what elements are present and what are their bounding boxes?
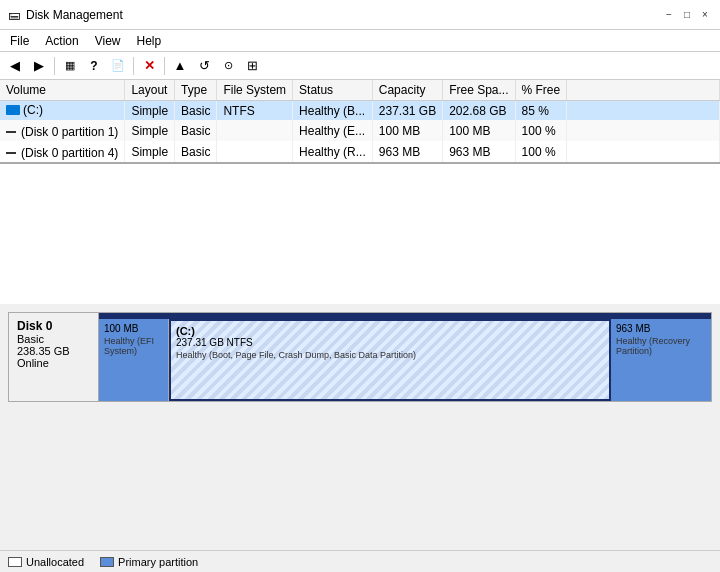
cell-filesystem [217, 120, 293, 141]
table-row[interactable]: (C:)SimpleBasicNTFSHealthy (B...237.31 G… [0, 101, 720, 121]
segment-c-drive[interactable]: (C:) 237.31 GB NTFS Healthy (Boot, Page … [169, 319, 611, 401]
cell-extra [567, 120, 720, 141]
cell-capacity: 963 MB [372, 141, 442, 162]
table-row[interactable]: (Disk 0 partition 4)SimpleBasicHealthy (… [0, 141, 720, 162]
app-icon: 🖴 [8, 8, 20, 22]
close-button[interactable]: × [698, 8, 712, 22]
c-size: 237.31 GB NTFS [176, 337, 604, 348]
cell-volume: (C:) [0, 101, 125, 121]
properties-button[interactable]: 📄 [107, 55, 129, 77]
cell-status: Healthy (E... [293, 120, 373, 141]
cell-pctfree: 85 % [515, 101, 567, 121]
menu-help[interactable]: Help [131, 32, 168, 50]
recovery-desc: Healthy (Recovery Partition) [616, 336, 706, 356]
main-content: Volume Layout Type File System Status Ca… [0, 80, 720, 550]
app-title: Disk Management [26, 8, 123, 22]
col-status[interactable]: Status [293, 80, 373, 101]
legend-unallocated: Unallocated [8, 556, 84, 568]
col-volume[interactable]: Volume [0, 80, 125, 101]
disk-label: Disk 0 Basic 238.35 GB Online [9, 313, 99, 401]
col-type[interactable]: Type [175, 80, 217, 101]
toolbar-separator-3 [164, 57, 165, 75]
c-label: (C:) [176, 325, 604, 337]
maximize-button[interactable]: □ [680, 8, 694, 22]
menu-bar: File Action View Help [0, 30, 720, 52]
cell-volume: (Disk 0 partition 4) [0, 141, 125, 162]
toolbar-separator-1 [54, 57, 55, 75]
table-row[interactable]: (Disk 0 partition 1)SimpleBasicHealthy (… [0, 120, 720, 141]
cell-type: Basic [175, 120, 217, 141]
cell-pctfree: 100 % [515, 120, 567, 141]
cell-layout: Simple [125, 141, 175, 162]
forward-button[interactable]: ▶ [28, 55, 50, 77]
cell-freespace: 202.68 GB [443, 101, 515, 121]
legend-unalloc-label: Unallocated [26, 556, 84, 568]
cell-capacity: 237.31 GB [372, 101, 442, 121]
volume-table-container: Volume Layout Type File System Status Ca… [0, 80, 720, 164]
menu-file[interactable]: File [4, 32, 35, 50]
col-freespace[interactable]: Free Spa... [443, 80, 515, 101]
disk-segments: 100 MB Healthy (EFI System) (C:) 237.31 … [99, 319, 711, 401]
col-extra [567, 80, 720, 101]
empty-area [0, 164, 720, 304]
legend-primary: Primary partition [100, 556, 198, 568]
menu-view[interactable]: View [89, 32, 127, 50]
cell-freespace: 963 MB [443, 141, 515, 162]
legend-unalloc-box [8, 557, 22, 567]
status-bar: Unallocated Primary partition [0, 550, 720, 572]
toolbar-separator-2 [133, 57, 134, 75]
cell-extra [567, 101, 720, 121]
disk-type: Basic [17, 333, 90, 345]
disk-panel: Disk 0 Basic 238.35 GB Online 100 MB Hea… [0, 304, 720, 550]
refresh-button[interactable]: ↺ [193, 55, 215, 77]
cell-layout: Simple [125, 101, 175, 121]
cell-type: Basic [175, 101, 217, 121]
col-pctfree[interactable]: % Free [515, 80, 567, 101]
cell-filesystem: NTFS [217, 101, 293, 121]
cell-pctfree: 100 % [515, 141, 567, 162]
volume-table: Volume Layout Type File System Status Ca… [0, 80, 720, 162]
delete-button[interactable]: ✕ [138, 55, 160, 77]
legend-primary-label: Primary partition [118, 556, 198, 568]
efi-size: 100 MB [104, 323, 163, 334]
menu-action[interactable]: Action [39, 32, 84, 50]
segment-recovery: 963 MB Healthy (Recovery Partition) [611, 319, 711, 401]
cell-status: Healthy (B... [293, 101, 373, 121]
minimize-button[interactable]: − [662, 8, 676, 22]
more-button[interactable]: ⊞ [241, 55, 263, 77]
move-up-button[interactable]: ▲ [169, 55, 191, 77]
help-button[interactable]: ? [83, 55, 105, 77]
col-capacity[interactable]: Capacity [372, 80, 442, 101]
cell-extra [567, 141, 720, 162]
disk-status: Online [17, 357, 90, 369]
col-filesystem[interactable]: File System [217, 80, 293, 101]
c-desc: Healthy (Boot, Page File, Crash Dump, Ba… [176, 350, 604, 360]
efi-desc: Healthy (EFI System) [104, 336, 163, 356]
cell-status: Healthy (R... [293, 141, 373, 162]
col-layout[interactable]: Layout [125, 80, 175, 101]
cell-volume: (Disk 0 partition 1) [0, 120, 125, 141]
legend-primary-box [100, 557, 114, 567]
cell-capacity: 100 MB [372, 120, 442, 141]
back-button[interactable]: ◀ [4, 55, 26, 77]
rescan-button[interactable]: ⊙ [217, 55, 239, 77]
toolbar: ◀ ▶ ▦ ? 📄 ✕ ▲ ↺ ⊙ ⊞ [0, 52, 720, 80]
recovery-size: 963 MB [616, 323, 706, 334]
cell-layout: Simple [125, 120, 175, 141]
cell-type: Basic [175, 141, 217, 162]
show-hide-button[interactable]: ▦ [59, 55, 81, 77]
disk-row: Disk 0 Basic 238.35 GB Online 100 MB Hea… [8, 312, 712, 402]
title-bar: 🖴 Disk Management − □ × [0, 0, 720, 30]
disk-partitions: 100 MB Healthy (EFI System) (C:) 237.31 … [99, 313, 711, 401]
cell-freespace: 100 MB [443, 120, 515, 141]
cell-filesystem [217, 141, 293, 162]
disk-name: Disk 0 [17, 319, 90, 333]
segment-efi: 100 MB Healthy (EFI System) [99, 319, 169, 401]
disk-size: 238.35 GB [17, 345, 90, 357]
